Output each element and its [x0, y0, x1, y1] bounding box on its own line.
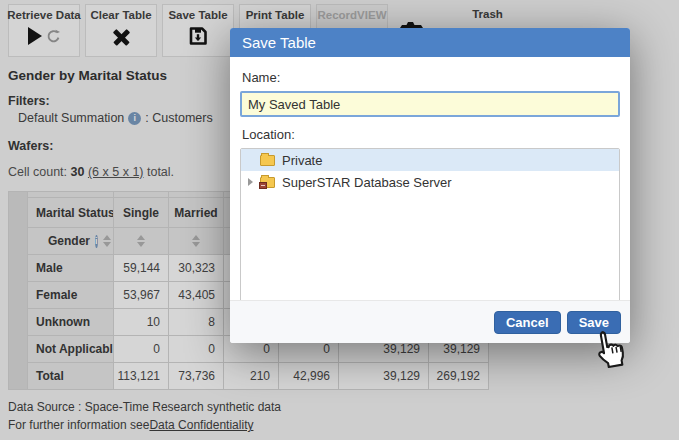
server-badge-icon — [259, 182, 267, 189]
location-item-private[interactable]: Private — [241, 149, 619, 171]
cancel-button[interactable]: Cancel — [494, 311, 561, 334]
expand-arrow-icon[interactable] — [248, 178, 253, 186]
save-table-dialog: Save Table Name: Location: Private Super… — [230, 28, 630, 343]
name-label: Name: — [242, 70, 620, 85]
save-button[interactable]: Save — [567, 311, 621, 334]
dialog-title: Save Table — [230, 28, 630, 57]
dialog-footer: Cancel Save — [230, 300, 630, 343]
name-input[interactable] — [240, 91, 620, 117]
location-item-label: SuperSTAR Database Server — [282, 175, 452, 190]
location-listbox: Private SuperSTAR Database Server — [240, 148, 620, 307]
location-label: Location: — [242, 127, 620, 142]
location-item-superstar-server[interactable]: SuperSTAR Database Server — [241, 171, 619, 193]
server-folder-icon — [260, 177, 275, 188]
folder-icon — [260, 155, 275, 166]
location-item-label: Private — [282, 153, 322, 168]
